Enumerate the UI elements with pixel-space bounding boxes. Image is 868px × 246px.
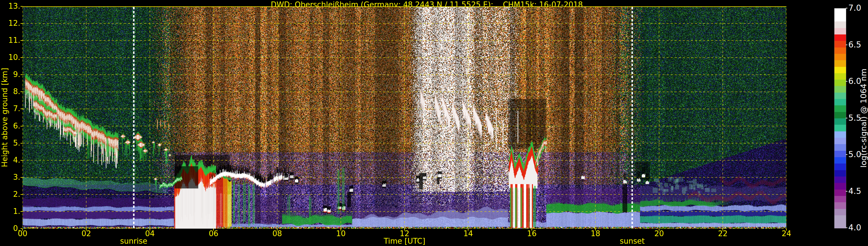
colorbar-band — [834, 112, 846, 118]
x-tick-mark — [722, 228, 723, 230]
x-tick-mark — [86, 228, 87, 230]
x-tick-mark — [150, 228, 150, 230]
colorbar-band — [834, 99, 846, 105]
x-tick-mark — [468, 228, 468, 230]
colorbar-band — [834, 215, 846, 222]
x-tick-mark — [659, 228, 659, 230]
colorbar-band — [834, 196, 846, 202]
colorbar-band — [834, 60, 846, 67]
y-tick-label: 2. — [13, 190, 20, 198]
x-tick-mark — [595, 228, 596, 230]
colorbar-band — [834, 170, 846, 177]
colorbar-tick-mark — [846, 81, 847, 82]
y-tick-mark — [21, 160, 23, 161]
x-axis-label: Time [UTC] — [384, 237, 425, 245]
colorbar-band — [834, 118, 846, 125]
sunrise-label: sunrise — [120, 237, 147, 245]
colorbar-band — [834, 47, 846, 54]
colorbar-band — [834, 144, 846, 151]
y-tick-label: 10. — [8, 53, 20, 62]
colorbar — [834, 8, 846, 228]
colorbar-tick-mark — [846, 44, 847, 45]
colorbar-tick-mark — [846, 118, 847, 118]
colorbar-band — [834, 137, 846, 144]
y-tick-label: 5. — [13, 139, 20, 147]
y-tick-mark — [21, 126, 23, 126]
colorbar-band — [834, 67, 846, 73]
y-tick-mark — [21, 91, 23, 92]
colorbar-band — [834, 222, 846, 228]
colorbar-tick-label: 4.0 — [848, 223, 861, 233]
x-tick-mark — [786, 228, 787, 230]
y-tick-mark — [21, 109, 23, 109]
colorbar-band — [834, 15, 846, 22]
y-tick-mark — [21, 40, 23, 41]
sunset-label: sunset — [620, 237, 645, 245]
x-tick-mark — [531, 228, 532, 230]
colorbar-tick-mark — [846, 8, 847, 8]
y-tick-mark — [21, 74, 23, 75]
y-tick-label: 1. — [13, 207, 20, 216]
x-tick-mark — [341, 228, 341, 230]
colorbar-band — [834, 28, 846, 34]
colorbar-title: log(rc-signal) @ 1064 nm — [859, 69, 868, 167]
colorbar-band — [834, 54, 846, 60]
y-tick-mark — [21, 23, 23, 24]
y-tick-label: 7. — [13, 104, 20, 113]
y-tick-mark — [21, 211, 23, 212]
colorbar-tick-mark — [846, 227, 847, 228]
colorbar-band — [834, 34, 846, 41]
x-tick-mark — [404, 228, 405, 230]
y-tick-mark — [21, 177, 23, 178]
ceilometer-quicklook-figure: DWD: Oberschleißheim (Germany; 48.2443 N… — [0, 0, 868, 246]
y-tick-label: 6. — [13, 122, 20, 130]
colorbar-band — [834, 157, 846, 163]
y-tick-mark — [21, 143, 23, 144]
colorbar-band — [834, 163, 846, 170]
colorbar-tick-mark — [846, 154, 847, 155]
x-tick-mark — [22, 228, 23, 230]
colorbar-band — [834, 86, 846, 93]
colorbar-band — [834, 183, 846, 190]
colorbar-band — [834, 41, 846, 48]
y-tick-label: 3. — [13, 173, 20, 181]
y-tick-label: 9. — [13, 70, 20, 79]
y-axis-label: Height above ground [km] — [0, 68, 9, 167]
y-tick-mark — [21, 194, 23, 195]
colorbar-band — [834, 80, 846, 86]
y-tick-label: 4. — [13, 156, 20, 164]
colorbar-band — [834, 209, 846, 215]
colorbar-band — [834, 125, 846, 131]
colorbar-band — [834, 189, 846, 196]
colorbar-band — [834, 8, 846, 15]
colorbar-band — [834, 105, 846, 112]
colorbar-tick-label: 4.5 — [848, 186, 861, 196]
colorbar-tick-mark — [846, 191, 847, 192]
heatmap-canvas — [23, 6, 786, 228]
colorbar-band — [834, 131, 846, 138]
colorbar-band — [834, 176, 846, 183]
colorbar-band — [834, 92, 846, 99]
y-tick-mark — [21, 57, 23, 58]
y-tick-label: 11. — [8, 36, 20, 44]
x-tick-mark — [277, 228, 277, 230]
colorbar-tick-label: 6.5 — [848, 40, 861, 50]
colorbar-tick-label: 7.0 — [848, 3, 861, 13]
y-tick-label: 8. — [13, 87, 20, 96]
y-tick-label: 13. — [8, 2, 20, 10]
colorbar-band — [834, 73, 846, 80]
y-tick-mark — [21, 6, 23, 7]
colorbar-band — [834, 151, 846, 157]
colorbar-band — [834, 22, 846, 28]
colorbar-band — [834, 202, 846, 209]
y-tick-label: 12. — [8, 19, 20, 28]
x-tick-mark — [213, 228, 214, 230]
